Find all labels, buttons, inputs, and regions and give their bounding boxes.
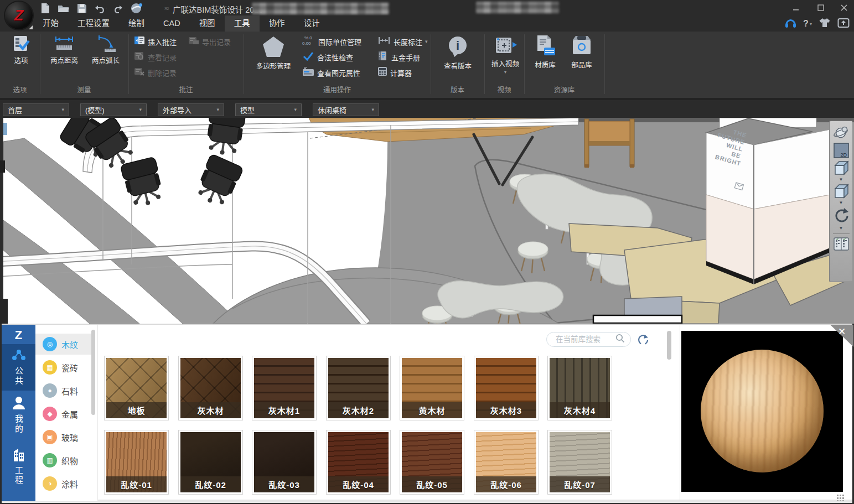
viewport-3d[interactable]: THE FUTURE WILL BE BRIGHT bbox=[0, 118, 854, 324]
view-cube-2-button[interactable] bbox=[832, 183, 850, 200]
material-card[interactable]: 灰木材1 bbox=[252, 356, 317, 420]
tile-category-icon: ▦ bbox=[43, 360, 57, 375]
search-icon[interactable] bbox=[615, 334, 625, 345]
view-version-button[interactable]: i 查看版本 bbox=[436, 34, 479, 70]
scene-low-wall[interactable] bbox=[593, 315, 682, 323]
material-card[interactable]: 灰木材 bbox=[178, 356, 243, 420]
calculator-button[interactable]: 计算器 bbox=[377, 66, 412, 79]
two-point-distance-button[interactable]: 两点距离 bbox=[44, 34, 84, 65]
category-scrollbar[interactable] bbox=[91, 330, 95, 415]
material-card[interactable]: 灰木材2 bbox=[326, 356, 391, 420]
component-library-button[interactable]: 部品库 bbox=[565, 34, 599, 69]
element-selector[interactable]: 休闲桌椅▾ bbox=[313, 103, 379, 116]
floor-selector[interactable]: 首层▾ bbox=[3, 103, 69, 116]
view-cube-button[interactable] bbox=[832, 160, 850, 176]
chevron-down-icon[interactable]: ▼ bbox=[839, 226, 843, 231]
length-dimension-button[interactable]: 长度标注 ▾ bbox=[377, 35, 428, 48]
unit-manage-button[interactable]: %.00.00 国际单位管理 bbox=[302, 35, 361, 48]
legality-check-button[interactable]: 合法性检查 bbox=[302, 50, 353, 64]
chevron-down-icon[interactable]: ▼ bbox=[839, 178, 843, 182]
close-panel-icon[interactable]: ✕ bbox=[838, 326, 846, 337]
undo-icon[interactable] bbox=[94, 2, 107, 14]
category-fabric[interactable]: ▥ 织物 bbox=[35, 450, 94, 471]
close-window-button[interactable] bbox=[836, 3, 852, 13]
material-card[interactable]: 乱纹-04 bbox=[326, 430, 391, 495]
material-library-icon bbox=[533, 34, 557, 60]
category-paint[interactable]: ◑ 涂料 bbox=[35, 473, 94, 494]
nav-project[interactable]: 工程 bbox=[2, 447, 35, 497]
category-tile[interactable]: ▦ 瓷砖 bbox=[35, 357, 94, 378]
insert-annotation-button[interactable]: 插入批注 bbox=[134, 35, 177, 48]
material-preview bbox=[681, 331, 843, 492]
polygon-manage-button[interactable]: 多边形管理 bbox=[248, 34, 299, 70]
material-name: 乱纹-06 bbox=[476, 476, 536, 492]
material-card[interactable]: 乱纹-07 bbox=[547, 430, 612, 495]
open-file-icon[interactable] bbox=[57, 2, 70, 14]
view-record-button[interactable]: 查看记录 bbox=[134, 50, 177, 64]
panel-handle-2[interactable] bbox=[0, 299, 8, 324]
material-card[interactable]: 乱纹-01 bbox=[104, 430, 169, 495]
maximize-button[interactable] bbox=[812, 3, 829, 13]
tab-draw[interactable]: 绘制 bbox=[119, 15, 154, 32]
tab-collaborate[interactable]: 协作 bbox=[260, 15, 294, 32]
chevron-down-icon[interactable]: ▼ bbox=[839, 201, 843, 205]
material-preview-sphere[interactable] bbox=[701, 350, 824, 472]
sync-planet-icon[interactable] bbox=[130, 2, 143, 14]
category-metal[interactable]: ◆ 金属 bbox=[35, 403, 94, 424]
3d-scene[interactable]: THE FUTURE WILL BE BRIGHT bbox=[0, 118, 854, 324]
options-button[interactable]: 选项 bbox=[6, 34, 37, 65]
material-card[interactable]: 乱纹-05 bbox=[400, 430, 464, 495]
tab-cad[interactable]: CAD bbox=[154, 15, 190, 32]
publish-window-icon[interactable] bbox=[837, 17, 850, 30]
element-properties-button[interactable]: 查看图元属性 bbox=[302, 66, 360, 79]
material-card[interactable]: 灰木材4 bbox=[547, 356, 612, 420]
panel-handle[interactable] bbox=[0, 160, 5, 173]
type-selector[interactable]: 模型▾ bbox=[235, 103, 302, 116]
orbit-view-button[interactable] bbox=[832, 124, 850, 141]
tab-view[interactable]: 视图 bbox=[190, 15, 225, 32]
view-version-icon: i bbox=[445, 34, 470, 61]
nav-mine[interactable]: 我的 bbox=[2, 396, 35, 442]
slogan-column[interactable]: THE FUTURE WILL BE BRIGHT bbox=[706, 118, 830, 284]
material-card[interactable]: 乱纹-02 bbox=[178, 430, 243, 495]
material-card[interactable]: 乱纹-06 bbox=[474, 430, 539, 495]
hardware-manual-button[interactable]: 五金手册 bbox=[377, 50, 420, 64]
material-card[interactable]: 乱纹-03 bbox=[252, 430, 317, 495]
materials-scrollbar[interactable] bbox=[667, 331, 671, 360]
rotate-view-button[interactable] bbox=[832, 206, 850, 225]
two-point-arclength-button[interactable]: 两点弧长 bbox=[85, 34, 126, 65]
fabric-category-icon: ▥ bbox=[43, 453, 57, 467]
help-icon[interactable]: ? ▾ bbox=[803, 19, 812, 29]
nav-public[interactable]: 公共 bbox=[2, 344, 35, 391]
material-card[interactable]: 黄木材 bbox=[400, 356, 464, 420]
new-file-icon[interactable] bbox=[39, 2, 52, 14]
view-2d-button[interactable]: 2D bbox=[832, 142, 850, 159]
group-label-resources: 资源库 bbox=[524, 85, 604, 96]
source-selector[interactable]: 外部导入▾ bbox=[158, 103, 224, 116]
save-icon[interactable] bbox=[75, 2, 89, 14]
export-record-button[interactable]: 导出记录 bbox=[188, 35, 231, 48]
category-glass[interactable]: ▣ 玻璃 bbox=[35, 427, 94, 448]
search-input[interactable] bbox=[555, 335, 612, 344]
tab-project-settings[interactable]: 工程设置 bbox=[68, 15, 119, 32]
material-name: 灰木材 bbox=[180, 402, 241, 418]
model-filter-selector[interactable]: (模型)▾ bbox=[80, 103, 147, 116]
tab-tools[interactable]: 工具 bbox=[225, 15, 260, 32]
material-library-button[interactable]: 材质库 bbox=[528, 34, 562, 69]
chevron-down-icon: ▾ bbox=[425, 39, 428, 44]
insert-video-button[interactable]: 插入视频 ▾ bbox=[488, 34, 522, 75]
resize-grip[interactable] bbox=[836, 494, 845, 501]
tab-design[interactable]: 设计 bbox=[294, 15, 329, 32]
material-name: 灰木材1 bbox=[254, 402, 314, 418]
category-stone[interactable]: ● 石料 bbox=[35, 380, 94, 401]
theme-shirt-icon[interactable] bbox=[819, 17, 831, 30]
refresh-button[interactable] bbox=[635, 332, 650, 347]
display-settings-button[interactable] bbox=[832, 237, 850, 251]
delete-record-button[interactable]: 删除记录 bbox=[134, 66, 177, 79]
category-wood[interactable]: ◎ 木纹 bbox=[35, 334, 94, 355]
material-card[interactable]: 灰木材3 bbox=[474, 356, 539, 420]
tab-start[interactable]: 开始 bbox=[33, 15, 68, 32]
redo-icon[interactable] bbox=[112, 2, 125, 14]
material-card[interactable]: 地板 bbox=[104, 356, 169, 420]
minimize-button[interactable] bbox=[788, 3, 804, 13]
